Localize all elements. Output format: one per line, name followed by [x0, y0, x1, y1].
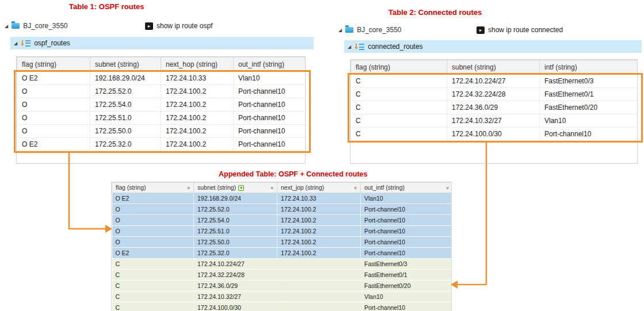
cell-flag: C — [351, 75, 447, 88]
table-row[interactable]: C 172.24.10.224/27 FastEthernet0/3 — [112, 259, 452, 270]
filter-chevron-icon[interactable]: ∨ — [186, 184, 190, 191]
connected-table-frame: flag (string) subnet (string) intf (stri… — [350, 59, 638, 164]
table-row[interactable]: O 172.25.54.0 172.24.100.2 Port-channel1… — [112, 215, 452, 226]
ospf-table-body: O E2 192.168.29.0/24 172.24.10.33 Vlan10… — [17, 72, 306, 151]
cell-out-intf: Port-channel10 — [361, 226, 452, 237]
device-name[interactable]: BJ_core_3550 — [23, 22, 67, 30]
cli-command-icon: ▸ — [477, 26, 485, 34]
cell-flag: O — [112, 226, 194, 237]
table-row[interactable]: O 172.25.50.0 172.24.100.2 Port-channel1… — [112, 237, 452, 248]
cell-subnet: 172.25.50.0 — [90, 125, 161, 138]
cell-next-hop: 172.24.100.2 — [161, 98, 234, 112]
table-row[interactable]: O 172.25.51.0 172.24.100.2 Port-channel1… — [112, 226, 452, 237]
expand-arrow-icon[interactable]: ◢ — [14, 41, 17, 46]
column-header-flag: flag (string) — [17, 57, 90, 72]
appended-table: flag (string) ∨ subnet (string) + ∨ — [112, 182, 452, 311]
table-row[interactable]: O E2 192.168.29.0/24 172.24.10.33 Vlan10 — [112, 193, 452, 204]
cell-next-jop: 172.24.10.33 — [277, 193, 361, 204]
screenshot-canvas: Table 1: OSPF routes ◢ BJ_core_3550 ▸ sh… — [0, 0, 644, 311]
cell-out-intf: Port-channel10 — [361, 215, 452, 226]
cell-subnet: 172.24.10.224/27 — [447, 75, 540, 88]
expand-arrow-icon[interactable]: ◢ — [348, 44, 351, 49]
cell-flag: C — [351, 101, 447, 114]
cell-next-jop: 172.24.100.2 — [277, 215, 361, 226]
appended-table-body: O E2 192.168.29.0/24 172.24.10.33 Vlan10… — [112, 193, 452, 311]
cell-intf: FastEthernet0/1 — [540, 88, 638, 101]
table-row[interactable]: O E2 172.25.32.0 172.24.100.2 Port-chann… — [17, 138, 306, 151]
ospf-table: flag (string) subnet (string) next_hop (… — [17, 57, 306, 151]
cell-next-jop: 172.24.100.2 — [277, 248, 361, 259]
table-row[interactable]: C 172.24.10.224/27 FastEthernet0/3 — [351, 75, 638, 88]
table-row[interactable]: C 172.24.100.0/30 Port-channel10 — [112, 302, 452, 311]
cell-flag: O — [112, 215, 194, 226]
command-text: show ip route connected — [488, 26, 563, 34]
column-header-next-jop[interactable]: next_jop (string) ∨ — [277, 183, 361, 193]
filter-chevron-icon[interactable]: ∨ — [270, 184, 274, 191]
expand-arrow-icon[interactable]: ◢ — [338, 28, 342, 33]
table-row[interactable]: O 172.25.50.0 172.24.100.2 Port-channel1… — [17, 125, 306, 138]
cell-subnet: 172.25.51.0 — [194, 226, 277, 237]
table2-device-row: ◢ BJ_core_3550 — [338, 25, 402, 34]
table-row[interactable]: C 172.24.10.32/27 Vlan10 — [351, 114, 638, 128]
cell-flag: C — [351, 114, 447, 128]
cell-intf: Port-channel10 — [540, 128, 638, 141]
table-row[interactable]: C 172.24.10.32/27 Vlan10 — [112, 291, 452, 302]
cell-subnet: 172.24.100.0/30 — [194, 302, 277, 311]
table1-title: Table 1: OSPF routes — [69, 2, 144, 11]
cell-flag: O — [17, 98, 90, 112]
cell-out-intf: Port-channel10 — [234, 98, 306, 112]
cell-flag: O — [112, 204, 194, 215]
cell-subnet: 172.24.36.0/29 — [447, 101, 540, 114]
table-row[interactable]: O E2 192.168.29.0/24 172.24.10.33 Vlan10 — [17, 72, 306, 85]
cell-subnet: 172.25.50.0 — [194, 237, 277, 248]
section-label: ospf_routes — [34, 39, 70, 47]
insert-column-icon[interactable]: + — [238, 185, 244, 191]
cell-subnet: 172.25.51.0 — [90, 112, 161, 125]
cell-subnet: 172.25.32.0 — [90, 138, 161, 151]
cell-subnet: 172.24.32.224/28 — [447, 88, 540, 101]
table-row[interactable]: C 172.24.36.0/29 FastEthernet0/20 — [351, 101, 638, 114]
filter-chevron-icon[interactable]: ∨ — [445, 184, 449, 191]
cell-next-jop — [277, 281, 361, 291]
ospf-table-frame: flag (string) subnet (string) next_hop (… — [16, 56, 306, 164]
table2-command-row[interactable]: ▸ show ip route connected — [477, 25, 563, 34]
table1-command-row[interactable]: ▸ show ip route ospf — [145, 21, 212, 30]
connected-routes-section-header[interactable]: ◢ connected_routes — [344, 40, 642, 53]
table-row[interactable]: C 172.24.32.224/28 FastEthernet0/1 — [351, 88, 638, 101]
column-header-subnet[interactable]: subnet (string) + ∨ — [194, 183, 277, 193]
table-row[interactable]: O 172.25.52.0 172.24.100.2 Port-channel1… — [17, 85, 306, 98]
cell-subnet: 172.25.52.0 — [90, 85, 161, 98]
appended-table-frame: flag (string) ∨ subnet (string) + ∨ — [111, 182, 452, 311]
cell-out-intf: Port-channel10 — [361, 248, 452, 259]
table-row[interactable]: C 172.24.36.0/29 FastEthernet0/20 — [112, 281, 452, 291]
appended-table-title: Appended Table: OSPF + Connected routes — [219, 170, 367, 178]
device-name[interactable]: BJ_core_3550 — [357, 26, 401, 34]
column-header-out-intf[interactable]: out_intf (string) ∨ — [361, 183, 452, 193]
cell-flag: C — [112, 259, 194, 270]
cli-command-icon: ▸ — [145, 22, 153, 30]
arrow-table2-to-appended — [458, 143, 486, 285]
connected-table-body: C 172.24.10.224/27 FastEthernet0/3 C 172… — [351, 75, 638, 141]
cell-flag: O — [17, 125, 90, 138]
connected-table-header-row: flag (string) subnet (string) intf (stri… — [351, 60, 638, 75]
table-row[interactable]: O 172.25.52.0 172.24.100.2 Port-channel1… — [112, 204, 452, 215]
column-header-flag: flag (string) — [351, 60, 447, 75]
cell-flag: O E2 — [17, 138, 90, 151]
cell-flag: C — [112, 270, 194, 281]
filter-chevron-icon[interactable]: ∨ — [353, 184, 357, 191]
column-header-out-intf: out_intf (string) — [234, 57, 306, 72]
table-row[interactable]: C 172.24.100.0/30 Port-channel10 — [351, 128, 638, 141]
connected-table: flag (string) subnet (string) intf (stri… — [350, 60, 638, 141]
cell-flag: C — [351, 88, 447, 101]
device-icon — [12, 23, 20, 29]
table-row[interactable]: O 172.25.54.0 172.24.100.2 Port-channel1… — [17, 98, 306, 112]
cell-flag: O — [112, 237, 194, 248]
column-header-flag[interactable]: flag (string) ∨ — [112, 183, 194, 193]
ospf-routes-section-header[interactable]: ◢ ospf_routes — [10, 37, 314, 49]
table-row[interactable]: C 172.24.32.224/28 FastEthernet0/1 — [112, 270, 452, 281]
table-row[interactable]: O E2 172.25.32.0 172.24.100.2 Port-chann… — [112, 248, 452, 259]
table-row[interactable]: O 172.25.51.0 172.24.100.2 Port-channel1… — [17, 112, 306, 125]
column-label: subnet (string) — [197, 184, 236, 191]
expand-arrow-icon[interactable]: ◢ — [5, 24, 8, 29]
cell-out-intf: Port-channel10 — [234, 112, 306, 125]
